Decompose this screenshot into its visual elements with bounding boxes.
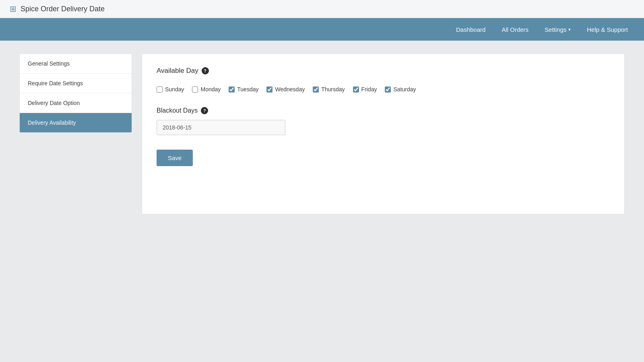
save-button[interactable]: Save [157, 150, 193, 166]
nav-all-orders[interactable]: All Orders [502, 26, 528, 33]
app-title: Spice Order Delivery Date [21, 5, 105, 13]
sidebar-item-delivery-date-option[interactable]: Delivery Date Option [20, 93, 132, 113]
day-thursday[interactable]: Thursday [313, 86, 345, 93]
sidebar-item-general-settings[interactable]: General Settings [20, 54, 132, 74]
day-friday[interactable]: Friday [353, 86, 377, 93]
checkbox-saturday[interactable] [385, 86, 391, 93]
checkbox-sunday[interactable] [157, 86, 163, 93]
blackout-days-input[interactable] [157, 120, 285, 135]
day-tuesday[interactable]: Tuesday [229, 86, 258, 93]
nav-bar: Dashboard All Orders Settings ▾ Help & S… [0, 18, 644, 41]
day-sunday[interactable]: Sunday [157, 86, 184, 93]
checkbox-thursday[interactable] [313, 86, 319, 93]
day-wednesday[interactable]: Wednesday [266, 86, 305, 93]
days-row: Sunday Monday Tuesday Wednesday Thursday… [157, 86, 610, 93]
sidebar: General Settings Require Date Settings D… [19, 53, 132, 133]
sidebar-item-require-date-settings[interactable]: Require Date Settings [20, 74, 132, 93]
content-panel: Available Day ? Sunday Monday Tuesday We… [142, 53, 625, 214]
checkbox-wednesday[interactable] [266, 86, 272, 93]
nav-help-support[interactable]: Help & Support [587, 26, 628, 33]
checkbox-tuesday[interactable] [229, 86, 235, 93]
settings-dropdown-arrow: ▾ [568, 27, 571, 32]
blackout-days-help-icon[interactable]: ? [201, 107, 208, 114]
day-monday[interactable]: Monday [192, 86, 221, 93]
checkbox-monday[interactable] [192, 86, 198, 93]
nav-settings[interactable]: Settings ▾ [545, 26, 571, 33]
available-day-section-title: Available Day ? [157, 67, 610, 75]
app-icon: ⊞ [10, 4, 17, 14]
checkbox-friday[interactable] [353, 86, 359, 93]
sidebar-item-delivery-availability[interactable]: Delivery Availability [20, 113, 132, 132]
available-day-help-icon[interactable]: ? [202, 67, 209, 74]
day-saturday[interactable]: Saturday [385, 86, 416, 93]
title-bar: ⊞ Spice Order Delivery Date [0, 0, 644, 18]
nav-dashboard[interactable]: Dashboard [456, 26, 485, 33]
blackout-days-section-title: Blackout Days ? [157, 107, 610, 114]
main-content: General Settings Require Date Settings D… [0, 41, 644, 227]
